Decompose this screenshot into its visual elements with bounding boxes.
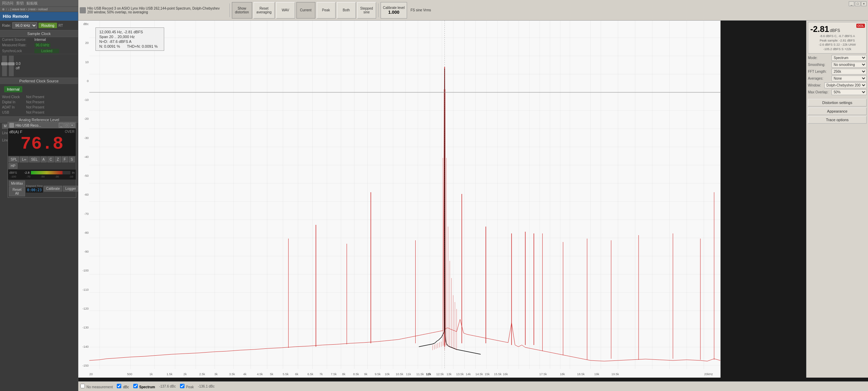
- hp-button[interactable]: HP: [9, 163, 18, 169]
- wav-button[interactable]: WAV: [276, 2, 295, 19]
- max-overlap-select[interactable]: 50%: [832, 89, 867, 95]
- meter-minimize-button[interactable]: _: [59, 123, 64, 128]
- rate-select[interactable]: 96.0 kHz: [12, 22, 37, 28]
- svg-text:2k: 2k: [183, 372, 187, 376]
- linf-button[interactable]: L∞: [20, 157, 29, 162]
- svg-text:2.5k: 2.5k: [199, 372, 205, 376]
- svg-text:3.5k: 3.5k: [229, 372, 235, 376]
- y-label-dbc: dBc: [79, 22, 89, 26]
- distortion-settings-button[interactable]: Distortion settings: [808, 99, 867, 106]
- current-button[interactable]: Current: [296, 2, 315, 19]
- fader-handle[interactable]: [1, 62, 8, 65]
- a-button[interactable]: A: [41, 157, 47, 162]
- show-distortion-label: Show distortion: [235, 7, 249, 14]
- svg-text:12k: 12k: [426, 372, 431, 376]
- measured-rate-value: 96.0 kHz: [34, 43, 50, 47]
- fader-handle-2[interactable]: [8, 62, 14, 65]
- smoothing-row: Smoothing: No smoothing: [808, 62, 867, 68]
- level-sub-1: -8.6 dBFS C, -6.7 dBFS A: [810, 34, 864, 38]
- current-label: Current: [300, 8, 311, 12]
- sel-button[interactable]: SEL: [29, 157, 40, 162]
- mode-select[interactable]: Spectrum: [832, 55, 867, 61]
- peak-text: Peak: [186, 385, 194, 389]
- reset-averaging-button[interactable]: Reset averaging: [253, 2, 275, 19]
- thdn-label: THD+N:: [127, 44, 141, 48]
- averages-select[interactable]: None: [832, 76, 867, 81]
- menu-item-1[interactable]: 同访问: [2, 1, 13, 6]
- y-label-neg140: -140: [79, 345, 89, 348]
- window-select[interactable]: Dolph-Chebyshev 200: [824, 82, 867, 88]
- internal-btn-wrapper: Internal: [0, 84, 78, 94]
- smoothing-select[interactable]: No smoothing: [832, 62, 867, 68]
- digital-in-row: Digital In Not Present: [0, 100, 78, 105]
- x-axis-labels: 20 500 1k 1.5k 2k 2.5k 3k 3.5k 4k 4.5k 5…: [89, 369, 720, 378]
- svg-text:3k: 3k: [214, 372, 218, 376]
- close-button[interactable]: ×: [861, 1, 867, 6]
- synchrolock-value: Locked: [34, 49, 59, 53]
- svg-text:18.5k: 18.5k: [577, 372, 585, 376]
- spl-buttons: SPL L∞ SEL A C Z F S HP: [8, 156, 76, 170]
- svg-rect-0: [89, 21, 720, 369]
- routing-button[interactable]: Routing: [38, 23, 57, 28]
- meter-bottom-buttons: MinMax Reset All Elapsed Time 0:00:23 Ca…: [8, 180, 76, 197]
- meter-icon: [9, 123, 14, 128]
- window-title: Hilo USB Record 3 on ASIO Lynx Hilo USB …: [87, 7, 225, 14]
- svg-text:7k: 7k: [319, 372, 323, 376]
- menu-item-2[interactable]: 剪切: [16, 1, 24, 6]
- dbc-checkbox[interactable]: [117, 384, 121, 388]
- both-button[interactable]: Both: [337, 2, 356, 19]
- s-button[interactable]: S: [69, 157, 75, 162]
- stepped-sine-label: Stepped sine: [360, 7, 373, 14]
- right-panel: -2.81 dBFS -8.6 dBFS C, -6.7 dBFS A Peak…: [806, 21, 868, 378]
- fader-values: 0.0 off: [16, 62, 21, 70]
- minimize-button[interactable]: _: [849, 1, 854, 6]
- appearance-button[interactable]: Appearance: [808, 107, 867, 115]
- spl-button[interactable]: SPL: [9, 157, 19, 162]
- f-button[interactable]: F: [62, 157, 68, 162]
- spectrum-area: dBc 20 10 0 -10 -20 -30 -40 -50 -60 -70 …: [78, 21, 721, 378]
- fft-row: FFT Length: 256k: [808, 69, 867, 74]
- y-label-neg40: -40: [79, 155, 89, 159]
- peak-checkbox[interactable]: [180, 384, 184, 388]
- svg-text:9.5k: 9.5k: [375, 372, 381, 376]
- elapsed-label: Elapsed Time: [26, 184, 43, 187]
- popup-freq-row: 12,000.45 Hz, -2.81 dBFS: [99, 30, 160, 34]
- stepped-sine-button[interactable]: Stepped sine: [357, 2, 376, 19]
- fader-track-2[interactable]: [9, 56, 14, 76]
- logger-button[interactable]: Logger: [63, 186, 78, 192]
- restore-button[interactable]: □: [855, 1, 860, 6]
- x-axis-svg: 20 500 1k 1.5k 2k 2.5k 3k 3.5k 4k 4.5k 5…: [89, 369, 720, 378]
- no-measurement-checkbox[interactable]: [80, 384, 85, 388]
- svg-text:20: 20: [89, 372, 93, 376]
- svg-text:500: 500: [127, 372, 132, 376]
- right-spacer: [808, 96, 867, 99]
- rt-label: RT: [58, 24, 63, 27]
- menu-item-3[interactable]: 贴贴板: [26, 1, 38, 6]
- meter-restore-button[interactable]: □: [64, 123, 69, 128]
- z-button[interactable]: Z: [55, 157, 61, 162]
- meter-display: dB(A) F OVER 76.8: [8, 128, 76, 156]
- trace-options-button[interactable]: Trace options: [808, 116, 867, 124]
- rate-label: Rate:: [2, 23, 11, 27]
- thdn-value: 0.0091 %: [142, 44, 158, 48]
- calibrate-button[interactable]: Calibrate: [44, 186, 62, 192]
- reset-all-button[interactable]: Reset All: [9, 187, 25, 196]
- synchrolock-row: SynchroLock Locked: [0, 48, 78, 54]
- c-button[interactable]: C: [47, 157, 54, 162]
- meter-close-button[interactable]: ×: [70, 123, 75, 128]
- fft-select[interactable]: 256k: [832, 69, 867, 74]
- spectrum-svg: [89, 21, 720, 369]
- word-clock-row: Word Clock Not Present: [0, 94, 78, 100]
- y-label-neg120: -120: [79, 307, 89, 310]
- averages-row: Averages: None: [808, 76, 867, 81]
- spectrum-checkbox[interactable]: [133, 384, 138, 388]
- show-distortion-button[interactable]: Show distortion: [232, 2, 252, 19]
- minmax-button[interactable]: MinMax: [9, 181, 25, 186]
- minmax-area: MinMax Reset All: [9, 181, 25, 196]
- peak-button[interactable]: Peak: [317, 2, 336, 19]
- fader-track[interactable]: [2, 56, 7, 76]
- y-axis-labels: dBc 20 10 0 -10 -20 -30 -40 -50 -60 -70 …: [78, 21, 89, 369]
- internal-button[interactable]: Internal: [4, 86, 22, 92]
- current-source-label: Current Source:: [2, 38, 33, 42]
- meter-title: Hilo USB Reco...: [15, 124, 57, 127]
